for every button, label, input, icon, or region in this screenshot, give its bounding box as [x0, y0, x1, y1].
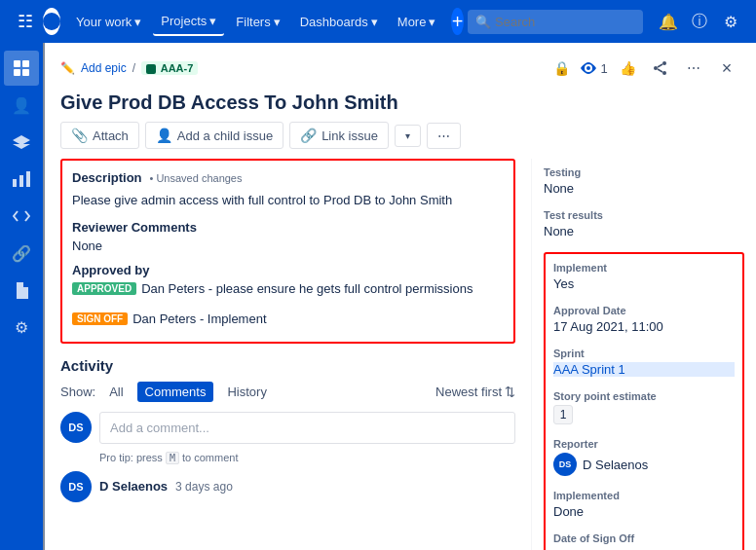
more-options-button[interactable]: ⋯	[680, 55, 707, 82]
sprint-label: Sprint	[553, 348, 735, 359]
search-input[interactable]	[468, 10, 643, 34]
test-results-field: Test results None	[544, 209, 744, 238]
hotkey-m: M	[166, 452, 179, 464]
add-child-issue-button[interactable]: 👤 Add a child issue	[145, 122, 284, 149]
sidebar-icon-person[interactable]: 👤	[4, 88, 39, 123]
link-icon: 🔗	[300, 128, 317, 143]
svg-point-9	[654, 66, 658, 70]
comment-input-row: DS Add a comment...	[60, 412, 515, 444]
current-user-avatar: DS	[60, 412, 92, 443]
dropdown-arrow-button[interactable]: ▾	[395, 125, 421, 147]
svg-rect-6	[26, 171, 30, 187]
filter-history-button[interactable]: History	[219, 382, 274, 402]
approval-date-value: 17 Aug 2021, 11:00	[553, 319, 735, 334]
testing-label: Testing	[544, 166, 744, 178]
sort-button[interactable]: Newest first ⇅	[435, 385, 515, 399]
story-point-field: Story point estimate 1	[553, 390, 735, 424]
issue-modal: ✏️ Add epic / AAA-7 🔒 1	[45, 43, 756, 550]
modal-body: Description • Unsaved changes Please giv…	[45, 159, 756, 550]
implement-field: Implement Yes	[553, 262, 735, 291]
edit-icon: ✏️	[60, 61, 75, 75]
svg-rect-4	[13, 179, 17, 187]
svg-rect-1	[22, 60, 29, 67]
reporter-row: DS D Selaenos	[553, 453, 735, 476]
implemented-value: Done	[553, 504, 735, 519]
nav-your-work[interactable]: Your work ▾	[68, 9, 149, 35]
implement-value: Yes	[553, 276, 735, 291]
testing-value: None	[544, 181, 744, 196]
add-epic-link[interactable]: Add epic	[81, 61, 127, 75]
approved-by-title: Approved by	[72, 263, 504, 277]
child-icon: 👤	[156, 128, 172, 143]
sort-icon: ⇅	[505, 385, 515, 399]
description-header: Description • Unsaved changes	[72, 170, 504, 185]
settings-icon[interactable]: ⚙	[717, 8, 744, 35]
sidebar-icon-code[interactable]	[4, 199, 39, 234]
dropdown-arrow-icon: ▾	[405, 130, 410, 141]
sidebar-icon-layers[interactable]	[4, 125, 39, 160]
implement-label: Implement	[553, 262, 735, 274]
comment-input[interactable]: Add a comment...	[99, 412, 515, 444]
lock-button[interactable]: 🔒	[548, 55, 575, 82]
nav-filters[interactable]: Filters ▾	[228, 9, 287, 35]
close-button[interactable]: ×	[713, 55, 740, 82]
nav-projects[interactable]: Projects ▾	[153, 8, 224, 36]
watch-button[interactable]: 1	[581, 55, 608, 82]
grid-icon[interactable]: ☷	[12, 5, 39, 38]
sidebar-icon-chart[interactable]	[4, 162, 39, 197]
signoff-text: Dan Peters - Implement	[132, 312, 266, 326]
epic-tag: AAA-7	[141, 61, 198, 75]
search-wrap: 🔍	[468, 10, 643, 34]
svg-rect-3	[22, 69, 29, 76]
help-icon[interactable]: ⓘ	[686, 8, 713, 35]
sidebar-icon-document[interactable]	[4, 273, 39, 308]
signoff-tag: SIGN OFF	[72, 312, 128, 325]
link-issue-button[interactable]: 🔗 Link issue	[289, 122, 389, 149]
nav-more[interactable]: More ▾	[390, 9, 444, 35]
topnav: ☷ Your work ▾ Projects ▾ Filters ▾ Dashb…	[0, 0, 756, 43]
main-content: You're in a team-managed project. ✏️ Add…	[43, 43, 756, 550]
svg-line-12	[658, 64, 662, 67]
approved-by-section: Approved by APPROVED Dan Peters - please…	[72, 263, 504, 296]
nav-dashboards[interactable]: Dashboards ▾	[292, 9, 386, 35]
test-results-label: Test results	[544, 209, 744, 221]
thumbsup-button[interactable]: 👍	[614, 55, 641, 82]
activity-title: Activity	[60, 357, 515, 374]
svg-rect-7	[146, 64, 156, 74]
svg-rect-5	[19, 175, 23, 187]
testing-field: Testing None	[544, 166, 744, 196]
modal-topbar: ✏️ Add epic / AAA-7 🔒 1	[45, 43, 756, 88]
modal-topbar-right: 🔒 1 👍 ⋯ ×	[548, 55, 740, 82]
sidebar-icon-board[interactable]	[4, 51, 39, 86]
commenter-name: D Selaenos	[99, 479, 168, 494]
approval-date-label: Approval Date	[553, 305, 735, 316]
sidebar-icon-settings[interactable]: ⚙	[4, 310, 39, 345]
activity-section: Activity Show: All Comments History Newe…	[60, 357, 515, 502]
attach-icon: 📎	[71, 128, 88, 143]
modal-breadcrumb: ✏️ Add epic / AAA-7	[60, 61, 198, 75]
app-logo[interactable]	[43, 8, 60, 35]
right-highlight-section: Implement Yes Approval Date 17 Aug 2021,…	[544, 252, 744, 550]
sprint-value[interactable]: AAA Sprint 1	[553, 362, 735, 377]
more-actions-button[interactable]: ⋯	[427, 123, 461, 149]
story-point-value: 1	[553, 405, 573, 424]
description-section: Description • Unsaved changes Please giv…	[60, 159, 515, 344]
share-button[interactable]	[647, 55, 674, 82]
signoff-line: SIGN OFF Dan Peters - Implement	[72, 312, 504, 326]
layout: 👤 🔗 ⚙ You're in a team-managed project.	[0, 43, 756, 550]
breadcrumb-separator: /	[132, 61, 135, 75]
description-text: Please give admin access with full contr…	[72, 191, 504, 210]
create-button[interactable]: +	[451, 8, 464, 35]
approval-date-field: Approval Date 17 Aug 2021, 11:00	[553, 305, 735, 334]
notifications-icon[interactable]: 🔔	[655, 8, 682, 35]
svg-rect-0	[14, 60, 20, 67]
date-signoff-label: Date of Sign Off	[553, 532, 735, 544]
filter-all-button[interactable]: All	[101, 382, 131, 402]
sidebar: 👤 🔗 ⚙	[0, 43, 43, 550]
filter-comments-button[interactable]: Comments	[137, 382, 214, 402]
sidebar-icon-link[interactable]: 🔗	[4, 236, 39, 271]
svg-point-8	[662, 61, 666, 65]
reporter-name: D Selaenos	[583, 458, 648, 472]
reviewer-comments-value: None	[72, 238, 504, 253]
attach-button[interactable]: 📎 Attach	[60, 122, 139, 149]
